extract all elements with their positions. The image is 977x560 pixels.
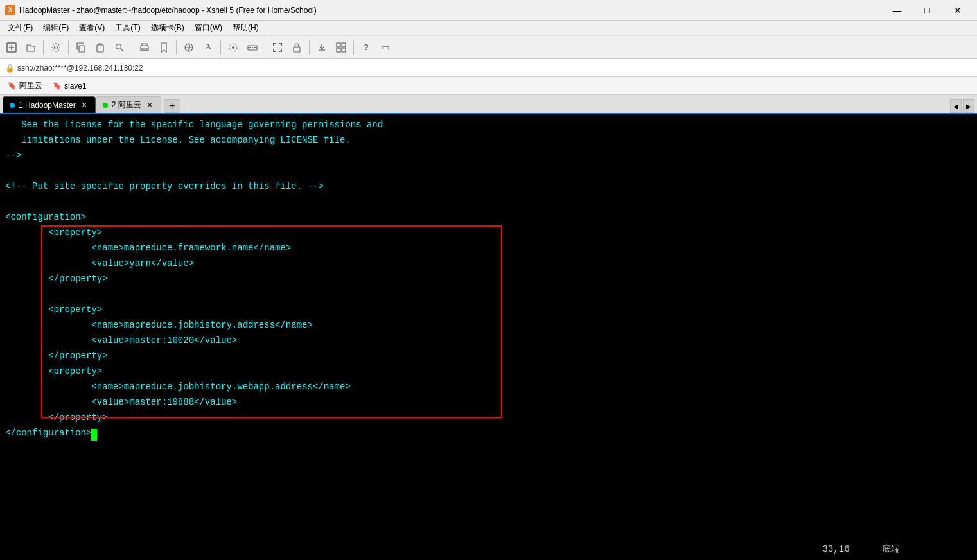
svg-point-12 xyxy=(232,46,234,49)
toolbar-help[interactable]: ? xyxy=(357,39,375,57)
svg-point-3 xyxy=(55,46,58,49)
terminal-line-19: </property> xyxy=(5,410,972,425)
tab-nav-left[interactable]: ◀ xyxy=(950,99,962,113)
svg-rect-19 xyxy=(342,43,346,47)
svg-point-6 xyxy=(116,44,121,49)
toolbar-open[interactable] xyxy=(22,39,40,57)
terminal-line-20: </configuration> xyxy=(5,425,972,441)
toolbar-lock[interactable] xyxy=(288,39,306,57)
address-text: ssh://zhao:****@192.168.241.130:22 xyxy=(17,64,143,73)
title-bar: X HadoopMaster - zhao@master:~/hadoop/et… xyxy=(0,0,977,21)
position-label: 底端 xyxy=(882,544,900,554)
terminal-line-15: </property> xyxy=(5,348,972,363)
separator-3 xyxy=(132,40,132,55)
title-text: HadoopMaster - zhao@master:~/hadoop/etc/… xyxy=(19,6,883,15)
terminal[interactable]: See the License for the specific languag… xyxy=(0,114,977,560)
terminal-line-12: <property> xyxy=(5,302,972,317)
menu-help[interactable]: 帮助(H) xyxy=(227,21,264,35)
toolbar-print[interactable] xyxy=(136,39,154,57)
tab-1-close[interactable]: ✕ xyxy=(80,101,89,110)
tab-bar: 1 HadoopMaster ✕ 2 阿里云 ✕ + ◀ ▶ xyxy=(0,95,977,114)
bookmark-alibaba[interactable]: 🔖 阿里云 xyxy=(5,79,45,92)
toolbar-upload-download[interactable] xyxy=(313,39,331,57)
separator-7 xyxy=(309,40,310,55)
menu-view[interactable]: 查看(V) xyxy=(74,21,110,35)
svg-rect-18 xyxy=(337,43,340,47)
terminal-line-10: </property> xyxy=(5,271,972,286)
toolbar-fullscreen[interactable] xyxy=(268,39,286,57)
position-display: 33,16 底端 xyxy=(823,543,900,555)
toolbar-globe[interactable] xyxy=(180,39,198,57)
toolbar-transfer[interactable] xyxy=(224,39,242,57)
tab-1-label: 1 HadoopMaster xyxy=(19,101,76,110)
bookmark-label-2: slave1 xyxy=(64,82,87,91)
separator-4 xyxy=(176,40,177,55)
terminal-line-5 xyxy=(5,194,972,209)
menu-tools[interactable]: 工具(T) xyxy=(110,21,145,35)
bookmark-slave1[interactable]: 🔖 slave1 xyxy=(50,80,89,92)
terminal-line-1: limitations under the License. See accom… xyxy=(5,132,972,148)
terminal-line-7: <property> xyxy=(5,225,972,240)
svg-rect-14 xyxy=(249,47,251,48)
window-controls: — □ ✕ xyxy=(883,1,972,19)
tab-2-label: 2 阿里云 xyxy=(112,100,141,110)
menu-edit[interactable]: 编辑(E) xyxy=(38,21,74,35)
toolbar-extra[interactable]: ▭ xyxy=(376,39,394,57)
terminal-line-18: <value>master:19888</value> xyxy=(5,394,972,410)
toolbar: A ? ▭ xyxy=(0,36,977,59)
separator-1 xyxy=(43,40,44,55)
svg-line-7 xyxy=(121,48,124,51)
toolbar-keys[interactable] xyxy=(243,39,261,57)
menu-file[interactable]: 文件(F) xyxy=(3,21,38,35)
address-bar: 🔒 ssh://zhao:****@192.168.241.130:22 xyxy=(0,59,977,77)
tab-2[interactable]: 2 阿里云 ✕ xyxy=(96,96,161,113)
terminal-line-4: <!-- Put site-specific property override… xyxy=(5,179,972,194)
svg-rect-20 xyxy=(337,48,340,52)
svg-rect-21 xyxy=(342,48,346,52)
bookmark-icon-1: 🔖 xyxy=(8,82,17,90)
bookmarks-bar: 🔖 阿里云 🔖 slave1 xyxy=(0,77,977,95)
terminal-line-9: <value>yarn</value> xyxy=(5,256,972,271)
tab-add-button[interactable]: + xyxy=(164,99,180,113)
svg-rect-17 xyxy=(294,47,300,52)
tab-nav-right[interactable]: ▶ xyxy=(963,99,974,113)
tab-2-close[interactable]: ✕ xyxy=(145,101,154,110)
terminal-line-13: <name>mapreduce.jobhistory.address</name… xyxy=(5,317,972,333)
maximize-button[interactable]: □ xyxy=(913,1,942,19)
terminal-line-6: <configuration> xyxy=(5,209,972,225)
svg-rect-9 xyxy=(142,48,147,50)
toolbar-font[interactable]: A xyxy=(199,39,217,57)
toolbar-paste[interactable] xyxy=(91,39,109,57)
svg-rect-15 xyxy=(252,47,253,48)
menu-bar: 文件(F) 编辑(E) 查看(V) 工具(T) 选项卡(B) 窗口(W) 帮助(… xyxy=(0,21,977,36)
toolbar-search[interactable] xyxy=(110,39,128,57)
cursor xyxy=(91,429,97,441)
toolbar-bookmark-icon[interactable] xyxy=(155,39,173,57)
menu-tab[interactable]: 选项卡(B) xyxy=(146,21,189,35)
minimize-button[interactable]: — xyxy=(883,1,911,19)
terminal-area[interactable]: See the License for the specific languag… xyxy=(0,114,977,560)
toolbar-new[interactable] xyxy=(3,39,21,57)
terminal-line-2: --> xyxy=(5,148,972,163)
tab-2-dot xyxy=(103,103,108,108)
terminal-line-0: See the License for the specific languag… xyxy=(5,117,972,132)
terminal-line-17: <name>mapreduce.jobhistory.webapp.addres… xyxy=(5,379,972,394)
separator-8 xyxy=(353,40,354,55)
toolbar-copy[interactable] xyxy=(72,39,90,57)
toolbar-settings[interactable] xyxy=(47,39,65,57)
tab-nav: ◀ ▶ xyxy=(950,99,974,113)
separator-6 xyxy=(265,40,265,55)
terminal-line-16: <property> xyxy=(5,363,972,379)
menu-window[interactable]: 窗口(W) xyxy=(189,21,227,35)
terminal-line-11 xyxy=(5,286,972,302)
separator-5 xyxy=(220,40,221,55)
separator-2 xyxy=(68,40,69,55)
toolbar-grid[interactable] xyxy=(332,39,350,57)
svg-rect-4 xyxy=(79,46,85,52)
tab-1-dot xyxy=(10,103,15,108)
close-button[interactable]: ✕ xyxy=(943,1,972,19)
cursor-position: 33,16 xyxy=(823,544,850,554)
tab-1[interactable]: 1 HadoopMaster ✕ xyxy=(3,96,96,113)
terminal-line-8: <name>mapreduce.framework.name</name> xyxy=(5,240,972,256)
bookmark-label-1: 阿里云 xyxy=(19,80,42,91)
